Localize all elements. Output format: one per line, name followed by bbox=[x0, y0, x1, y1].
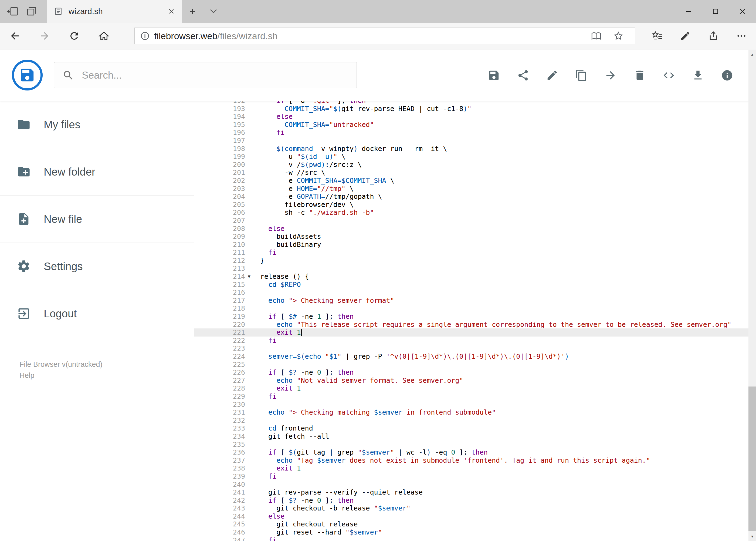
code-line-239[interactable]: 239 fi bbox=[194, 472, 748, 480]
code-line-233[interactable]: 233 cd frontend bbox=[194, 424, 748, 432]
share-file-icon[interactable] bbox=[517, 69, 529, 82]
code-editor[interactable]: 192 if [ -d ".git" ]; then193 COMMIT_SHA… bbox=[194, 101, 748, 541]
more-options-icon[interactable] bbox=[727, 30, 755, 42]
page-info-icon[interactable] bbox=[140, 31, 150, 41]
code-line-197[interactable]: 197 bbox=[194, 137, 748, 145]
code-line-234[interactable]: 234 git fetch --all bbox=[194, 432, 748, 440]
new-tab-button[interactable] bbox=[182, 0, 203, 23]
search-bar[interactable] bbox=[54, 62, 357, 88]
code-line-219[interactable]: 219 if [ $# -ne 1 ]; then bbox=[194, 312, 748, 320]
search-input[interactable] bbox=[82, 70, 349, 81]
code-line-206[interactable]: 206 sh -c "./wizard.sh -b" bbox=[194, 209, 748, 217]
code-line-202[interactable]: 202 -e COMMIT_SHA=$COMMIT_SHA \ bbox=[194, 177, 748, 185]
set-tabs-aside-icon[interactable] bbox=[7, 6, 18, 16]
code-line-243[interactable]: 243 git checkout -b release "$semver" bbox=[194, 504, 748, 512]
edit-rename-icon[interactable] bbox=[546, 69, 559, 82]
sidebar-item-new-file[interactable]: New file bbox=[0, 196, 194, 243]
tab-close-icon[interactable] bbox=[168, 8, 175, 15]
code-line-209[interactable]: 209 buildAssets bbox=[194, 233, 748, 241]
sidebar-item-new-folder[interactable]: New folder bbox=[0, 148, 194, 196]
share-icon[interactable] bbox=[699, 30, 727, 42]
back-icon[interactable] bbox=[0, 30, 30, 42]
code-line-220[interactable]: 220 echo "This release script requires a… bbox=[194, 320, 748, 329]
code-line-244[interactable]: 244 else bbox=[194, 512, 748, 520]
code-line-217[interactable]: 217 echo "> Checking semver format" bbox=[194, 296, 748, 305]
code-line-240[interactable]: 240 bbox=[194, 480, 748, 489]
code-line-214[interactable]: 214▾release () { bbox=[194, 272, 748, 280]
download-icon[interactable] bbox=[692, 69, 704, 82]
help-link[interactable]: Help bbox=[19, 370, 194, 381]
code-line-235[interactable]: 235 bbox=[194, 440, 748, 449]
code-line-222[interactable]: 222 fi bbox=[194, 336, 748, 345]
refresh-icon[interactable] bbox=[59, 30, 89, 42]
delete-icon[interactable] bbox=[633, 69, 646, 82]
move-icon[interactable] bbox=[604, 69, 617, 82]
code-line-200[interactable]: 200 -v /$(pwd):/src:z \ bbox=[194, 161, 748, 169]
code-line-198[interactable]: 198 $(command -v winpty) docker run --rm… bbox=[194, 145, 748, 153]
code-line-213[interactable]: 213 bbox=[194, 265, 748, 272]
home-icon[interactable] bbox=[89, 30, 119, 42]
code-line-196[interactable]: 196 fi bbox=[194, 129, 748, 137]
code-line-211[interactable]: 211 fi bbox=[194, 249, 748, 257]
code-line-205[interactable]: 205 filebrowser/dev \ bbox=[194, 201, 748, 209]
sidebar-item-settings[interactable]: Settings bbox=[0, 243, 194, 290]
code-line-230[interactable]: 230 bbox=[194, 400, 748, 409]
filebrowser-logo[interactable] bbox=[12, 60, 43, 91]
reading-view-icon[interactable] bbox=[585, 31, 607, 41]
code-line-229[interactable]: 229 fi bbox=[194, 392, 748, 400]
code-line-194[interactable]: 194 else bbox=[194, 113, 748, 121]
code-line-201[interactable]: 201 -w //src \ bbox=[194, 169, 748, 177]
code-line-193[interactable]: 193 COMMIT_SHA="$(git rev-parse HEAD | c… bbox=[194, 105, 748, 113]
code-line-221[interactable]: 221 exit 1 bbox=[194, 328, 748, 336]
code-line-225[interactable]: 225 bbox=[194, 360, 748, 369]
sidebar-item-my-files[interactable]: My files bbox=[0, 101, 194, 148]
code-line-227[interactable]: 227 echo "Not valid semver format. See s… bbox=[194, 376, 748, 385]
code-line-241[interactable]: 241 git rev-parse --verify --quiet relea… bbox=[194, 488, 748, 496]
code-line-212[interactable]: 212} bbox=[194, 257, 748, 265]
code-line-228[interactable]: 228 exit 1 bbox=[194, 384, 748, 392]
web-note-pen-icon[interactable] bbox=[671, 30, 699, 42]
code-line-192[interactable]: 192 if [ -d ".git" ]; then bbox=[194, 101, 748, 105]
code-line-231[interactable]: 231 echo "> Checking matching $semver in… bbox=[194, 408, 748, 416]
code-line-238[interactable]: 238 exit 1 bbox=[194, 464, 748, 472]
code-line-208[interactable]: 208 else bbox=[194, 225, 748, 233]
code-line-195[interactable]: 195 COMMIT_SHA="untracked" bbox=[194, 121, 748, 129]
code-line-247[interactable]: 247 fi bbox=[194, 536, 748, 541]
code-line-245[interactable]: 245 git checkout release bbox=[194, 520, 748, 528]
scroll-down-arrow-icon[interactable]: ▾ bbox=[748, 532, 756, 541]
tab-wizard-sh[interactable]: wizard.sh bbox=[47, 0, 182, 23]
code-line-207[interactable]: 207 bbox=[194, 217, 748, 225]
forward-icon[interactable] bbox=[30, 30, 59, 42]
code-line-236[interactable]: 236 if [ $(git tag | grep "$semver" | wc… bbox=[194, 448, 748, 456]
favorites-hub-icon[interactable] bbox=[643, 30, 671, 42]
scrollbar-thumb[interactable] bbox=[748, 386, 756, 531]
code-line-199[interactable]: 199 -u "$(id -u)" \ bbox=[194, 153, 748, 161]
code-line-224[interactable]: 224 semver=$(echo "$1" | grep -P '^v(0|[… bbox=[194, 352, 748, 360]
code-line-246[interactable]: 246 git reset --hard "$semver" bbox=[194, 528, 748, 536]
scroll-up-arrow-icon[interactable]: ▴ bbox=[748, 50, 756, 59]
save-icon[interactable] bbox=[488, 69, 500, 82]
minimize-button[interactable] bbox=[675, 0, 702, 23]
code-line-203[interactable]: 203 -e HOME="//tmp" \ bbox=[194, 185, 748, 193]
close-window-button[interactable] bbox=[729, 0, 756, 23]
code-line-226[interactable]: 226 if [ $? -ne 0 ]; then bbox=[194, 368, 748, 376]
maximize-button[interactable] bbox=[702, 0, 729, 23]
code-line-215[interactable]: 215 cd $REPO bbox=[194, 280, 748, 289]
code-line-204[interactable]: 204 -e GOPATH=//tmp/gopath \ bbox=[194, 193, 748, 201]
vertical-scrollbar[interactable]: ▴ ▾ bbox=[748, 50, 756, 541]
tabs-set-aside-list-icon[interactable] bbox=[26, 6, 37, 16]
add-favorite-star-icon[interactable] bbox=[607, 31, 630, 41]
fold-arrow-icon[interactable]: ▾ bbox=[245, 272, 260, 280]
source-code-icon[interactable] bbox=[662, 69, 675, 82]
address-bar[interactable]: filebrowser.web/files/wizard.sh bbox=[134, 28, 635, 44]
code-line-216[interactable]: 216 bbox=[194, 288, 748, 296]
code-line-223[interactable]: 223 bbox=[194, 344, 748, 352]
code-line-242[interactable]: 242 if [ $? -ne 0 ]; then bbox=[194, 496, 748, 505]
copy-icon[interactable] bbox=[575, 69, 588, 82]
tab-preview-chevron-icon[interactable] bbox=[203, 0, 224, 23]
code-line-218[interactable]: 218 bbox=[194, 304, 748, 312]
info-icon[interactable] bbox=[721, 69, 733, 82]
code-line-210[interactable]: 210 buildBinary bbox=[194, 241, 748, 249]
sidebar-item-logout[interactable]: Logout bbox=[0, 290, 194, 337]
code-line-237[interactable]: 237 echo "Tag $semver does not exist in … bbox=[194, 456, 748, 465]
